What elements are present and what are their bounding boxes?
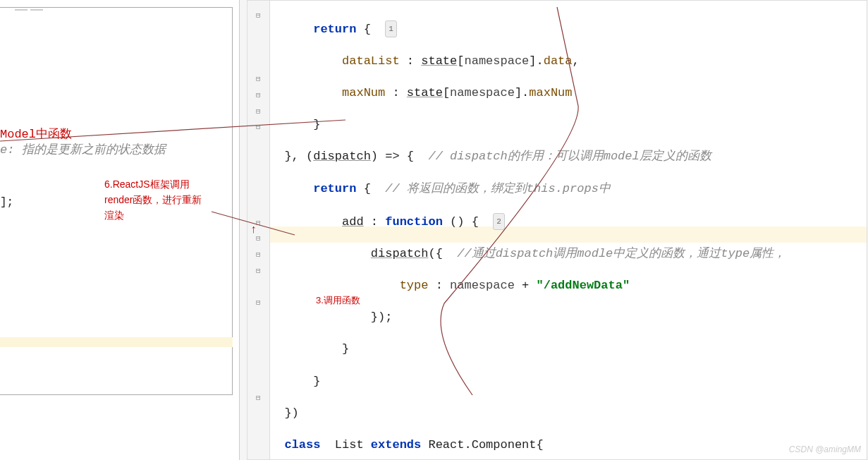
code-content[interactable]: return { 1 dataList : state[namespace].d… bbox=[270, 4, 867, 460]
fold-icon[interactable]: ⊟ bbox=[256, 8, 261, 24]
fold-icon[interactable]: ⊟ bbox=[256, 247, 261, 263]
left-code-snippet: Model中函数 e: 指的是更新之前的状态数据 bbox=[0, 127, 166, 158]
tab-item[interactable] bbox=[15, 9, 27, 11]
left-editor-panel: Model中函数 e: 指的是更新之前的状态数据 ]; 6.ReactJS框架调… bbox=[0, 0, 240, 460]
tab-item[interactable] bbox=[30, 9, 43, 11]
fold-icon[interactable]: ⊟ bbox=[256, 119, 261, 135]
inlay-hint: 2 bbox=[493, 213, 505, 231]
left-highlight bbox=[0, 337, 233, 347]
fold-icon[interactable]: ⊟ bbox=[256, 390, 261, 406]
fold-icons: ⊟ ⊟ ⊟ ⊟ ⊟ ⊟ ⊟ ⊟ ⊟ ⊟ ⊟ bbox=[256, 8, 261, 406]
annotation-3: 3.调用函数 bbox=[316, 294, 360, 307]
fold-icon[interactable]: ⊟ bbox=[256, 71, 261, 87]
fold-icon[interactable]: ⊟ bbox=[256, 104, 261, 120]
closing-bracket: ]; bbox=[0, 196, 13, 209]
annotation-6: 6.ReactJS框架调用render函数，进行重新渲染 bbox=[104, 176, 210, 223]
arrow-up-icon: ↑ bbox=[250, 224, 257, 236]
fold-icon[interactable]: ⊟ bbox=[256, 87, 261, 104]
model-function-label: Model中函数 bbox=[0, 127, 166, 143]
fold-icon[interactable]: ⊟ bbox=[256, 295, 261, 311]
inlay-hint: 1 bbox=[385, 20, 397, 38]
fold-icon[interactable]: ⊟ bbox=[256, 263, 261, 279]
state-comment: e: 指的是更新之前的状态数据 bbox=[0, 143, 166, 158]
main-editor-panel: ⊟ ⊟ ⊟ ⊟ ⊟ ⊟ ⊟ ⊟ ⊟ ⊟ ⊟ ↑ 3.调用函数 return { … bbox=[247, 0, 867, 460]
left-tabs bbox=[15, 9, 232, 11]
